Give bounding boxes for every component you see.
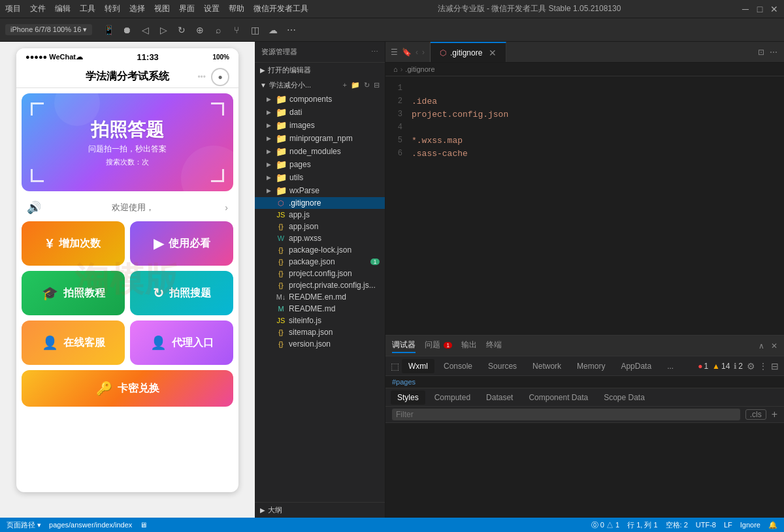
page-path-value[interactable]: pages/answer/index/index [49, 521, 132, 529]
tree-item-images[interactable]: ▶ 📁 images [255, 119, 385, 132]
add-style-button[interactable]: + [772, 409, 777, 420]
section-project[interactable]: ▼ 学法减分小... + 📁 ↻ ⊟ [255, 78, 385, 93]
tree-item-sitemap[interactable]: {} sitemap.json [255, 326, 385, 338]
page-path-label[interactable]: 页面路径 ▾ [7, 520, 41, 530]
tree-item-siteinfo[interactable]: JS siteinfo.js [255, 315, 385, 326]
photo-tutorial-button[interactable]: 🎓 拍照教程 [22, 271, 125, 315]
settings-icon[interactable]: ⚙ [747, 361, 755, 371]
device-selector[interactable]: iPhone 6/7/8 100% 16 ▾ [5, 24, 92, 35]
split-icon[interactable]: ⊡ [758, 48, 764, 57]
menu-item-tools[interactable]: 工具 [80, 3, 95, 14]
filter-input[interactable] [392, 409, 740, 420]
tab-terminal[interactable]: 终端 [486, 338, 502, 353]
git-icon[interactable]: ⑂ [231, 24, 242, 36]
subtab-wxml[interactable]: Wxml [402, 359, 434, 373]
phone-nav-dots[interactable]: ••• [197, 72, 206, 82]
line-ending[interactable]: LF [724, 521, 732, 529]
menu-item-select[interactable]: 选择 [129, 3, 145, 14]
collapse-icon[interactable]: ⊟ [374, 81, 380, 89]
styles-tab-computed[interactable]: Computed [428, 390, 477, 405]
tree-item-utils[interactable]: ▶ 📁 utils [255, 171, 385, 184]
notification-icon[interactable]: 🔔 [768, 521, 777, 529]
must-see-button[interactable]: ▶ 使用必看 [130, 221, 233, 266]
subtab-appdata[interactable]: AppData [614, 359, 658, 373]
agent-entrance-button[interactable]: 👤 代理入口 [130, 321, 233, 365]
ellipsis-icon[interactable]: ⋯ [371, 48, 378, 56]
bookmark-icon[interactable]: 🔖 [402, 48, 412, 57]
styles-tab-dataset[interactable]: Dataset [480, 390, 519, 405]
ignore-status[interactable]: Ignore [740, 521, 760, 529]
cls-button[interactable]: .cls [745, 409, 766, 420]
preview-icon[interactable]: ◫ [249, 24, 261, 36]
card-exchange-button[interactable]: 🔑 卡密兑换 [22, 370, 233, 407]
tree-item-app-js[interactable]: JS app.js [255, 209, 385, 221]
online-service-button[interactable]: 👤 在线客服 [22, 321, 125, 365]
cursor-position[interactable]: 行 1, 列 1 [627, 520, 657, 530]
close-devtools-icon[interactable]: ✕ [771, 341, 777, 351]
menu-item-goto[interactable]: 转到 [105, 3, 120, 14]
tab-output[interactable]: 输出 [461, 338, 477, 353]
dock-icon[interactable]: ⊟ [771, 361, 779, 371]
tree-item-readme[interactable]: M README.md [255, 303, 385, 315]
styles-tab-component-data[interactable]: Component Data [522, 390, 595, 405]
maximize-button[interactable]: □ [755, 5, 764, 14]
back-icon[interactable]: ◁ [139, 24, 151, 36]
tree-item-miniprogram-npm[interactable]: ▶ 📁 miniprogram_npm [255, 132, 385, 145]
new-file-icon[interactable]: + [343, 81, 347, 89]
tree-item-dati[interactable]: ▶ 📁 dati [255, 106, 385, 119]
wxml-selector-icon[interactable]: ⬚ [391, 361, 399, 371]
tab-issues[interactable]: 问题 1 [425, 338, 452, 353]
search-icon[interactable]: ⌕ [212, 24, 224, 36]
subtab-console[interactable]: Console [437, 359, 479, 373]
hamburger-icon[interactable]: ☰ [391, 48, 398, 57]
menu-item-view[interactable]: 视图 [154, 3, 170, 14]
encoding[interactable]: UTF-8 [696, 521, 716, 529]
breadcrumb-home[interactable]: ⌂ [393, 65, 398, 73]
subtab-sources[interactable]: Sources [482, 359, 523, 373]
tree-item-project-private[interactable]: {} project.private.config.js... [255, 279, 385, 291]
styles-tab-scope-data[interactable]: Scope Data [597, 390, 651, 405]
section-outline[interactable]: ▶ 大纲 [255, 502, 385, 518]
new-folder-icon[interactable]: 📁 [351, 81, 360, 89]
menu-item-edit[interactable]: 编辑 [55, 3, 71, 14]
refresh-icon[interactable]: ↻ [176, 24, 188, 36]
tree-item-app-json[interactable]: {} app.json [255, 221, 385, 232]
cloud-icon[interactable]: ☁ [267, 24, 279, 36]
more-icon[interactable]: ⋯ [286, 24, 297, 36]
forward-icon[interactable]: › [422, 48, 425, 57]
tree-item-pages[interactable]: ▶ 📁 pages [255, 158, 385, 171]
subtab-more[interactable]: ... [661, 359, 680, 373]
menu-item-interface[interactable]: 界面 [179, 3, 195, 14]
back-icon[interactable]: ‹ [416, 48, 418, 57]
tree-item-package-lock[interactable]: {} package-lock.json [255, 244, 385, 256]
refresh-tree-icon[interactable]: ↻ [364, 81, 370, 89]
menu-item-settings[interactable]: 设置 [204, 3, 220, 14]
photo-search-button[interactable]: ↻ 拍照搜题 [130, 271, 233, 315]
welcome-arrow[interactable]: › [225, 202, 228, 213]
tree-item-app-wxss[interactable]: W app.wxss [255, 232, 385, 244]
menu-item-help[interactable]: 帮助 [229, 3, 244, 14]
tab-close-icon[interactable]: ✕ [489, 48, 497, 58]
indent-size[interactable]: 空格: 2 [666, 520, 688, 530]
phone-icon[interactable]: 📱 [103, 24, 114, 36]
tree-item-node-modules[interactable]: ▶ 📁 node_modules [255, 145, 385, 158]
device-label[interactable]: iPhone 6/7/8 100% 16 ▾ [5, 24, 92, 35]
subtab-network[interactable]: Network [526, 359, 568, 373]
code-editor[interactable]: 1 2 .idea 3 project.config.json 4 5 *.wx… [385, 76, 784, 335]
collapse-devtools-icon[interactable]: ∧ [759, 341, 764, 351]
more-icon[interactable]: ⋯ [770, 48, 777, 57]
menu-item-project[interactable]: 项目 [5, 3, 21, 14]
tab-debugger[interactable]: 调试器 [392, 338, 416, 353]
tree-item-gitignore[interactable]: ⬡ .gitignore [255, 197, 385, 209]
add-icon[interactable]: ⊕ [194, 24, 206, 36]
forward-icon[interactable]: ▷ [157, 24, 169, 36]
menu-item-file[interactable]: 文件 [30, 3, 46, 14]
tree-item-readme-en[interactable]: M↓ README.en.md [255, 291, 385, 303]
tree-item-package-json[interactable]: {} package.json 1 [255, 256, 385, 268]
minimize-button[interactable]: ─ [741, 5, 750, 14]
section-open-editors[interactable]: ▶ 打开的编辑器 [255, 63, 385, 78]
tree-item-project-config[interactable]: {} project.config.json [255, 268, 385, 279]
menu-item-wechat[interactable]: 微信开发者工具 [253, 3, 308, 14]
editor-tab-gitignore[interactable]: ⬡ .gitignore ✕ [431, 42, 506, 62]
screen-icon[interactable]: 🖥 [140, 521, 147, 529]
